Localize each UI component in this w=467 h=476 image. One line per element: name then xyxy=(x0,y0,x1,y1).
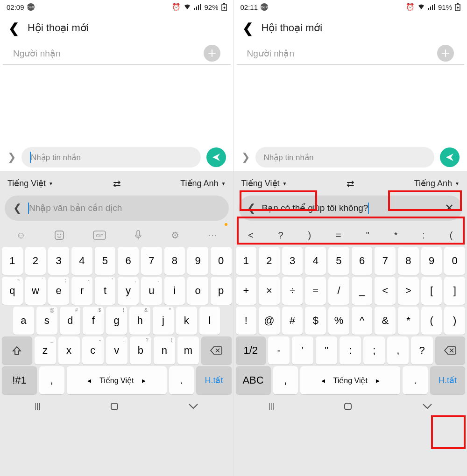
key-)[interactable]: ) xyxy=(444,307,465,335)
message-input[interactable]: Nhập tin nhắn xyxy=(21,147,201,168)
key[interactable]: ; xyxy=(363,336,385,364)
backspace-key[interactable] xyxy=(435,336,466,364)
target-language-button[interactable]: Tiếng Anh▼ xyxy=(414,178,460,189)
key-×[interactable]: × xyxy=(259,277,280,305)
key-_[interactable]: _ xyxy=(352,277,373,305)
symbol-suggestion[interactable]: < xyxy=(248,230,254,241)
shift-key[interactable] xyxy=(2,336,32,364)
symbol-suggestion[interactable]: ? xyxy=(278,230,283,241)
key-/[interactable]: / xyxy=(328,277,349,305)
recipient-row[interactable]: Người nhận xyxy=(3,42,231,65)
key-[[interactable]: [ xyxy=(421,277,442,305)
expand-icon[interactable]: ❯ xyxy=(241,151,250,163)
key[interactable]: : xyxy=(340,336,361,364)
key[interactable]: ? xyxy=(411,336,432,364)
key-5[interactable]: 5 xyxy=(95,247,116,275)
settings-icon[interactable]: ⚙ xyxy=(171,230,179,241)
key-v[interactable]: :v xyxy=(106,336,127,364)
collapse-translate-icon[interactable]: ❮ xyxy=(13,202,21,214)
source-language-button[interactable]: Tiếng Việt▼ xyxy=(241,178,287,189)
key-&[interactable]: & xyxy=(375,307,396,335)
key-3[interactable]: 3 xyxy=(48,247,69,275)
hide-keyboard-button[interactable] xyxy=(188,403,198,410)
key-%[interactable]: % xyxy=(328,307,349,335)
key-k[interactable]: k xyxy=(176,307,197,335)
key-f[interactable]: $f xyxy=(83,307,104,335)
key-9[interactable]: 9 xyxy=(187,247,208,275)
key-6[interactable]: 6 xyxy=(118,247,139,275)
key-m[interactable]: m xyxy=(177,336,199,364)
swap-languages-button[interactable]: ⇄ xyxy=(113,178,121,189)
key-x[interactable]: x xyxy=(58,336,80,364)
key-p[interactable]: p xyxy=(211,277,232,305)
key-j[interactable]: *j xyxy=(153,307,174,335)
key-8[interactable]: 8 xyxy=(164,247,185,275)
key-g[interactable]: !g xyxy=(106,307,127,335)
symbol-suggestion[interactable]: ( xyxy=(450,230,453,241)
key-e[interactable]: ;e xyxy=(48,277,69,305)
key-w[interactable]: `w xyxy=(25,277,46,305)
key-a[interactable]: a xyxy=(13,307,34,335)
key-7[interactable]: 7 xyxy=(375,247,396,275)
symbol-suggestion[interactable]: : xyxy=(422,230,425,241)
sticker-icon[interactable] xyxy=(54,230,64,240)
key-y[interactable]: ,y xyxy=(118,277,139,305)
key[interactable]: ' xyxy=(292,336,313,364)
mic-icon[interactable] xyxy=(134,230,142,240)
gif-icon[interactable]: GIF xyxy=(93,231,106,240)
home-button[interactable] xyxy=(110,402,119,411)
add-recipient-button[interactable] xyxy=(204,45,220,62)
key-9[interactable]: 9 xyxy=(421,247,442,275)
symbol-suggestion[interactable]: ) xyxy=(308,230,311,241)
key-$[interactable]: $ xyxy=(305,307,326,335)
key-0[interactable]: 0 xyxy=(444,247,465,275)
key-q[interactable]: ~q xyxy=(2,277,23,305)
comma-key[interactable]: , xyxy=(273,366,298,394)
back-button[interactable]: ❮ xyxy=(8,21,19,36)
key-l[interactable]: l xyxy=(199,307,220,335)
key-4[interactable]: 4 xyxy=(305,247,326,275)
key-u[interactable]: .u xyxy=(141,277,162,305)
swap-languages-button[interactable]: ⇄ xyxy=(347,178,354,189)
key-÷[interactable]: ÷ xyxy=(282,277,303,305)
back-button[interactable]: ❮ xyxy=(242,21,253,36)
key-b[interactable]: ?b xyxy=(130,336,151,364)
source-language-button[interactable]: Tiếng Việt▼ xyxy=(7,178,53,189)
done-key[interactable]: H.tất xyxy=(196,366,231,394)
send-button[interactable] xyxy=(440,147,460,167)
key-+[interactable]: + xyxy=(236,277,257,305)
symbol-suggestion[interactable]: * xyxy=(394,230,398,241)
key[interactable]: - xyxy=(268,336,290,364)
period-key[interactable]: . xyxy=(169,366,194,394)
message-input[interactable]: Nhập tin nhắn xyxy=(255,147,435,168)
recipient-row[interactable]: Người nhận xyxy=(237,42,465,65)
abc-mode-key[interactable]: ABC xyxy=(236,366,271,394)
key-i[interactable]: i xyxy=(164,277,185,305)
key[interactable]: , xyxy=(387,336,409,364)
key-@[interactable]: @ xyxy=(259,307,280,335)
period-key[interactable]: . xyxy=(403,366,428,394)
comma-key[interactable]: , xyxy=(39,366,64,394)
send-button[interactable] xyxy=(206,147,226,167)
key-2[interactable]: 2 xyxy=(25,247,46,275)
key-t[interactable]: 't xyxy=(95,277,116,305)
key-7[interactable]: 7 xyxy=(141,247,162,275)
key-1[interactable]: 1 xyxy=(2,247,23,275)
key-o[interactable]: o xyxy=(187,277,208,305)
clear-translate-icon[interactable]: ✕ xyxy=(445,202,454,215)
symbol-suggestion[interactable]: " xyxy=(366,230,369,241)
key-d[interactable]: #d xyxy=(60,307,81,335)
symbol-suggestion[interactable]: = xyxy=(336,230,341,241)
translate-input-bar[interactable]: ❮ Nhập văn bản cần dịch xyxy=(5,196,229,221)
key-5[interactable]: 5 xyxy=(328,247,349,275)
key-2[interactable]: 2 xyxy=(259,247,280,275)
key-3[interactable]: 3 xyxy=(282,247,303,275)
symbols-page-key[interactable]: 1/2 xyxy=(236,336,266,364)
backspace-key[interactable] xyxy=(201,336,232,364)
key-<[interactable]: < xyxy=(375,277,396,305)
key-#[interactable]: # xyxy=(282,307,303,335)
expand-icon[interactable]: ❯ xyxy=(7,151,16,163)
key-1[interactable]: 1 xyxy=(236,247,257,275)
key-r[interactable]: -r xyxy=(71,277,92,305)
key-![interactable]: ! xyxy=(236,307,257,335)
